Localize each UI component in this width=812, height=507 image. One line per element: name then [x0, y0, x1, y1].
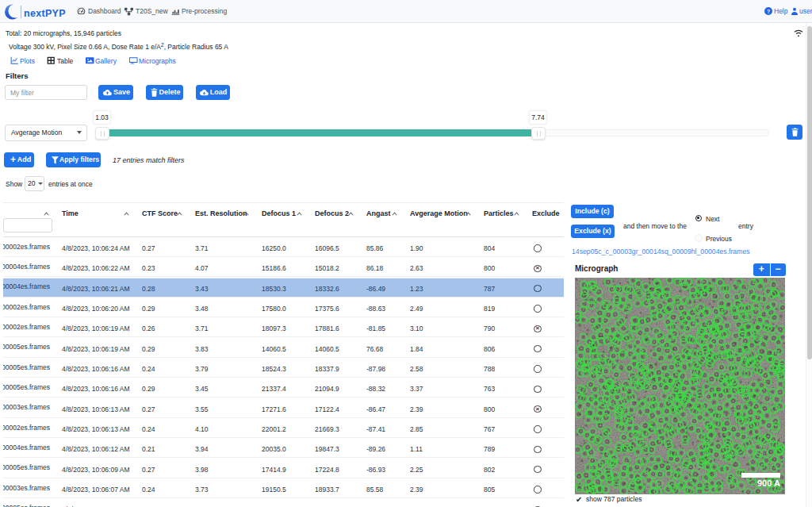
- svg-text:?: ?: [767, 9, 770, 14]
